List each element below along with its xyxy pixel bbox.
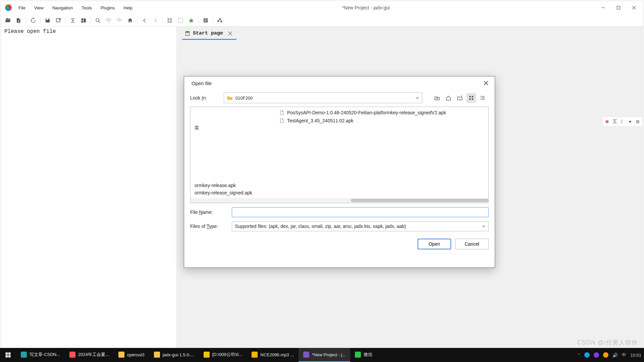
open-file-icon[interactable] (3, 15, 13, 25)
collapse-icon[interactable] (68, 15, 78, 25)
svg-rect-23 (469, 99, 471, 100)
svg-line-5 (99, 21, 100, 23)
folder-icon (118, 352, 124, 358)
toolbar (1, 14, 643, 26)
menu-plugins[interactable]: Plugins (97, 3, 119, 12)
back-icon[interactable] (140, 15, 150, 25)
folder-item[interactable]: 装 (195, 110, 271, 131)
taskbar-item[interactable]: 2024年工会夏... (65, 348, 114, 362)
svg-rect-29 (8, 353, 11, 355)
taskbar-item[interactable]: 微信 (350, 348, 377, 362)
open-button[interactable]: Open (418, 239, 451, 249)
menu-tools[interactable]: Tools (77, 3, 96, 12)
save-icon[interactable] (43, 15, 53, 25)
file-item[interactable]: ormkey-release_signed.apk (195, 190, 271, 195)
start-button[interactable] (0, 348, 16, 362)
file-item[interactable]: PosSysAPI-Demo-1.0.48-240520-Feitian-pla… (279, 110, 484, 116)
taskbar-item[interactable]: jadx-gui-1.5.0-... (149, 348, 199, 362)
taskbar-item[interactable]: *New Project - j... (299, 348, 350, 362)
menu-navigation[interactable]: Navigation (48, 3, 77, 12)
tray-chevron-up-icon[interactable]: ˄ (578, 353, 580, 358)
lookin-label: Look In: (190, 95, 220, 101)
svg-point-27 (480, 99, 481, 100)
forward-icon[interactable] (150, 15, 160, 25)
dialog-close-button[interactable] (481, 78, 491, 88)
search-prev-icon[interactable] (114, 15, 124, 25)
taskbar-item[interactable]: NCE2096.mp3 ... (247, 348, 299, 362)
search-icon[interactable] (93, 15, 103, 25)
system-tray[interactable]: ˄ 🔊 中 10:01 (578, 352, 644, 358)
window-title: *New Project - jadx-gui (137, 5, 595, 10)
svg-rect-11 (170, 20, 172, 22)
file-list[interactable]: 装 ormkey-release.apk ormkey-release_sign… (190, 107, 489, 203)
cancel-button[interactable]: Cancel (455, 239, 489, 249)
tray-ime-icon[interactable]: 中 (622, 352, 626, 358)
settings-icon[interactable] (215, 15, 225, 25)
file-icon (279, 118, 284, 124)
watermark: CSDN @/任黄人软件 (577, 339, 638, 347)
file-name-partial: ormkey-release_signed.apk (195, 190, 252, 195)
taskbar-item-label: 2024年工会夏... (78, 352, 109, 358)
app-icon (204, 352, 210, 358)
bug-icon[interactable] (186, 15, 196, 25)
file-name: PosSysAPI-Demo-1.0.48-240520-Feitian-pla… (287, 110, 446, 115)
lookin-combo[interactable]: 010F200 (224, 93, 422, 103)
menu-help[interactable]: Help (119, 3, 137, 12)
maximize-button[interactable] (611, 1, 626, 14)
list-view-icon[interactable] (478, 93, 487, 103)
taskbar-item-label: jadx-gui-1.5.0-... (163, 352, 194, 357)
log-icon[interactable] (201, 15, 211, 25)
tray-clock[interactable]: 10:01 (630, 353, 641, 358)
taskbar-item[interactable]: [D:\009公司\0... (199, 348, 247, 362)
svg-rect-12 (178, 18, 183, 23)
minimize-button[interactable] (595, 1, 611, 14)
page-icon (185, 31, 190, 36)
taskbar-item-label: openssl3 (127, 352, 145, 357)
refresh-icon[interactable] (28, 15, 38, 25)
up-folder-icon[interactable] (432, 93, 442, 103)
svg-rect-1 (617, 6, 620, 9)
svg-point-4 (96, 18, 99, 21)
export-icon[interactable] (53, 15, 63, 25)
taskbar-item-label: *New Project - j... (312, 352, 345, 357)
app-icon (5, 4, 12, 11)
add-file-icon[interactable] (14, 15, 24, 25)
app-icon (355, 352, 361, 358)
filetype-combo[interactable]: Supported files: (apk, dex, jar, class, … (232, 221, 489, 231)
taskbar-item[interactable]: openssl3 (114, 348, 149, 362)
ime-tray-strip[interactable]: ❋ 五 ☾ ✦ ⚙ (603, 117, 642, 126)
grid-icon[interactable] (165, 15, 175, 25)
titlebar: File View Navigation Tools Plugins Help … (1, 1, 643, 14)
search-next-icon[interactable] (104, 15, 114, 25)
menu-view[interactable]: View (30, 3, 48, 12)
file-item[interactable]: ormkey-release.apk (195, 183, 271, 188)
horizontal-scrollbar[interactable] (191, 198, 488, 203)
icons-view-icon[interactable] (467, 93, 476, 103)
tray-app-icon[interactable] (584, 352, 590, 358)
home-folder-icon[interactable] (444, 93, 453, 103)
file-item[interactable]: TestAgent_3.45_240511.02.apk (279, 118, 484, 124)
menu-file[interactable]: File (14, 3, 30, 12)
filetype-value: Supported files: (apk, dex, jar, class, … (235, 224, 406, 229)
taskbar-item[interactable]: 写文章-CSDN... (16, 348, 65, 362)
lookin-value: 010F200 (235, 96, 253, 101)
menubar: File View Navigation Tools Plugins Help (14, 3, 137, 12)
home-icon[interactable] (125, 15, 135, 25)
tab-start-page[interactable]: Start page (182, 28, 236, 40)
tray-app-icon[interactable] (603, 352, 608, 358)
tabstrip: Start page (177, 26, 643, 40)
svg-rect-21 (469, 96, 471, 98)
paw-icon: ❋ (605, 119, 609, 124)
close-button[interactable] (626, 1, 642, 14)
tray-volume-icon[interactable]: 🔊 (612, 353, 618, 358)
app-icon (21, 352, 27, 358)
new-folder-icon[interactable] (455, 93, 465, 103)
svg-rect-22 (472, 96, 474, 98)
filename-input[interactable] (232, 207, 489, 217)
filename-label: File Name: (190, 209, 227, 215)
app-icon (69, 352, 75, 358)
select-icon[interactable] (175, 15, 185, 25)
layout-icon[interactable] (78, 15, 89, 25)
tray-app-icon[interactable] (594, 352, 599, 358)
close-icon[interactable] (228, 31, 232, 36)
